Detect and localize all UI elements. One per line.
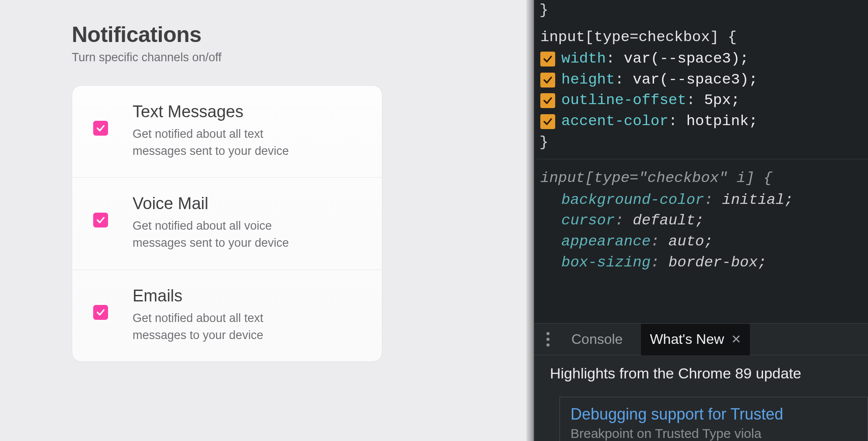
channel-desc: Get notified about all text messages sen… [133, 126, 316, 160]
css-value: var(--space3); [624, 50, 749, 67]
css-property: height [561, 71, 615, 88]
css-declaration-ua: box-sizing: border-box; [537, 252, 868, 273]
channel-desc: Get notified about all text messages to … [133, 310, 316, 344]
css-declaration-ua: appearance: auto; [537, 231, 868, 252]
drawer-tabbar: Console What's New ✕ [534, 324, 868, 355]
close-icon[interactable]: ✕ [731, 332, 741, 346]
checkbox-voice-mail[interactable] [93, 213, 108, 228]
page-subtitle: Turn specific channels on/off [72, 51, 526, 64]
checkmark-icon [96, 215, 105, 225]
checkmark-icon [542, 116, 553, 127]
whats-new-body: Highlights from the Chrome 89 update Deb… [534, 355, 868, 441]
checkmark-icon [542, 54, 553, 64]
css-property: outline-offset [561, 92, 686, 108]
styles-pane[interactable]: } input[type=checkbox] { width: var(--sp… [534, 0, 868, 273]
checkmark-icon [96, 308, 105, 317]
checkmark-icon [542, 75, 553, 85]
tab-console[interactable]: Console [567, 331, 627, 347]
devtools-drawer: Console What's New ✕ Highlights from the… [534, 323, 868, 441]
channel-row-voice-mail: Voice Mail Get notified about all voice … [72, 177, 382, 269]
declaration-toggle[interactable] [540, 52, 555, 66]
declaration-toggle[interactable] [540, 114, 555, 129]
checkmark-icon [96, 123, 105, 133]
notifications-card: Text Messages Get notified about all tex… [72, 85, 382, 362]
css-declaration-ua: cursor: default; [537, 210, 868, 231]
kebab-menu-icon[interactable] [543, 329, 553, 350]
preview-panel: Notifications Turn specific channels on/… [0, 0, 526, 441]
tab-label: What's New [650, 331, 724, 347]
css-selector: input[type=checkbox] { [540, 27, 868, 48]
css-value: 5px; [704, 92, 740, 108]
css-declaration[interactable]: width: var(--space3); [537, 49, 868, 70]
css-brace-close: } [539, 0, 868, 21]
css-value: var(--space3); [633, 71, 758, 88]
css-brace-close: } [539, 132, 868, 153]
channel-title: Emails [133, 287, 364, 305]
declaration-toggle[interactable] [540, 73, 555, 88]
checkbox-emails[interactable] [93, 305, 108, 320]
css-selector-ua: input[type="checkbox" i] { [540, 168, 868, 189]
article-title: Debugging support for Trusted [570, 405, 857, 424]
css-declaration-ua: background-color: initial; [537, 190, 868, 211]
css-property: width [561, 50, 606, 67]
css-value: hotpink; [686, 113, 758, 130]
channel-row-emails: Emails Get notified about all text messa… [72, 270, 382, 361]
channel-row-text-messages: Text Messages Get notified about all tex… [72, 86, 382, 177]
checkbox-text-messages[interactable] [93, 121, 108, 136]
tab-whats-new[interactable]: What's New ✕ [641, 324, 750, 355]
channel-desc: Get notified about all voice messages se… [133, 217, 316, 252]
pane-divider[interactable] [526, 0, 534, 441]
whats-new-article[interactable]: Debugging support for Trusted Breakpoint… [560, 397, 868, 441]
channel-title: Text Messages [133, 102, 364, 121]
css-property: accent-color [561, 113, 668, 130]
page-title: Notifications [72, 22, 526, 47]
css-declaration[interactable]: outline-offset: 5px; [537, 90, 868, 111]
css-declaration[interactable]: accent-color: hotpink; [537, 111, 868, 132]
declaration-toggle[interactable] [540, 93, 555, 108]
checkmark-icon [542, 95, 553, 106]
whats-new-heading: Highlights from the Chrome 89 update [550, 365, 868, 382]
article-subtitle: Breakpoint on Trusted Type viola [570, 426, 857, 441]
devtools-panel: } input[type=checkbox] { width: var(--sp… [534, 0, 868, 441]
css-declaration[interactable]: height: var(--space3); [537, 70, 868, 91]
channel-title: Voice Mail [133, 194, 364, 213]
